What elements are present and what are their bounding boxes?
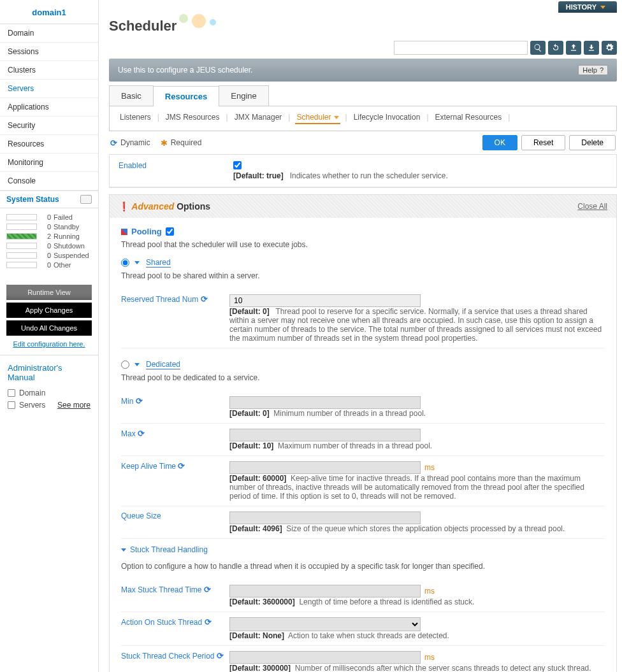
enabled-hint: Indicates whether to run the scheduler s…	[290, 171, 448, 180]
max-input[interactable]	[229, 429, 421, 441]
nav-item-resources[interactable]: Resources	[0, 135, 98, 154]
export-button[interactable]	[566, 41, 581, 55]
import-button[interactable]	[584, 41, 599, 55]
check-period-input[interactable]	[229, 651, 421, 664]
unit-label: ms	[424, 463, 435, 472]
nav-item-servers[interactable]: Servers	[0, 80, 98, 98]
status-count: 0	[42, 213, 51, 221]
field-label: Min ⟳	[121, 396, 229, 406]
default-label: [Default: 60000]	[229, 474, 286, 483]
status-row: 0Other	[6, 261, 92, 269]
stuck-thread-section[interactable]: Stuck Thread Handling	[121, 545, 208, 554]
nav-item-security[interactable]: Security	[0, 117, 98, 135]
form-row: Min ⟳[Default: 0] Minimum number of thre…	[121, 391, 605, 424]
pooling-section-title: Pooling	[121, 227, 605, 236]
dynamic-icon: ⟳	[178, 461, 185, 471]
field-label: Max ⟳	[121, 429, 229, 438]
search-icon	[533, 43, 542, 52]
search-input[interactable]	[394, 41, 528, 55]
history-button[interactable]: HISTORY	[558, 1, 617, 13]
status-count: 0	[42, 252, 51, 259]
tab-basic[interactable]: Basic	[109, 85, 154, 106]
pooling-icon	[121, 229, 127, 235]
undo-changes-button[interactable]: Undo All Changes	[6, 320, 92, 336]
enabled-default: [Default: true]	[233, 171, 284, 180]
status-row: 0Shutdown	[6, 242, 92, 250]
domain-name[interactable]: domain1	[0, 0, 98, 24]
reset-button[interactable]: Reset	[521, 135, 565, 150]
runtime-view-button[interactable]: Runtime View	[6, 285, 92, 300]
dynamic-icon: ⟳	[201, 294, 208, 304]
nav-item-sessions[interactable]: Sessions	[0, 43, 98, 61]
queue-input[interactable]	[229, 511, 421, 524]
keepalive-input[interactable]	[229, 461, 421, 474]
status-bar	[6, 233, 37, 239]
nav-item-console[interactable]: Console	[0, 172, 98, 190]
hint-text: Maximum number of threads in a thread po…	[278, 441, 432, 450]
status-label: Failed	[54, 213, 73, 221]
close-all-link[interactable]: Close All	[577, 202, 607, 211]
unit-label: ms	[424, 587, 435, 596]
subtab-scheduler[interactable]: Scheduler	[295, 113, 340, 124]
advanced-options-title: Advanced Options	[131, 201, 210, 211]
dynamic-icon: ⟳	[205, 617, 212, 627]
subtab-lifecycle-invocation[interactable]: Lifecycle Invocation	[352, 113, 422, 122]
subtab-jms-resources[interactable]: JMS Resources	[164, 113, 221, 122]
action-select[interactable]	[229, 617, 421, 631]
nav-list: DomainSessionsClustersServersApplication…	[0, 24, 98, 190]
form-row: Max Stuck Thread Time ⟳ms[Default: 36000…	[121, 580, 605, 612]
ok-button[interactable]: OK	[482, 135, 517, 150]
status-label: Suspended	[54, 252, 89, 259]
description-text: Use this to configure a JEUS scheduler.	[118, 66, 252, 75]
nav-item-domain[interactable]: Domain	[0, 24, 98, 43]
default-label: [Default: 0]	[229, 409, 270, 418]
default-label: [Default: 300000]	[229, 664, 291, 672]
status-count: 0	[42, 261, 51, 269]
gear-icon	[605, 43, 614, 52]
dedicated-label[interactable]: Dedicated	[146, 360, 180, 369]
tab-resources[interactable]: Resources	[153, 86, 219, 106]
reserved-thread-input[interactable]	[229, 294, 421, 307]
delete-button[interactable]: Delete	[569, 135, 616, 150]
help-button[interactable]: Help ?	[578, 65, 608, 75]
subtab-external-resources[interactable]: External Resources	[434, 113, 503, 122]
page-title: Scheduler	[109, 18, 617, 34]
dedicated-radio[interactable]	[121, 361, 129, 369]
apply-changes-button[interactable]: Apply Changes	[6, 303, 92, 318]
nav-item-clusters[interactable]: Clusters	[0, 61, 98, 80]
nav-item-applications[interactable]: Applications	[0, 98, 98, 117]
manual-item[interactable]: Domain	[8, 389, 90, 397]
pooling-checkbox[interactable]	[166, 227, 174, 236]
manual-title: Administrator's Manual	[8, 363, 90, 382]
edit-config-link[interactable]: Edit configuration here.	[6, 340, 92, 348]
system-status-title: System Status	[6, 195, 59, 204]
refresh-button[interactable]	[548, 41, 563, 55]
form-row: Queue Size[Default: 4096] Size of the qu…	[121, 506, 605, 539]
form-row: Stuck Thread Check Period ⟳ms[Default: 3…	[121, 646, 605, 672]
field-label: Queue Size	[121, 511, 229, 520]
max-stuck-input[interactable]	[229, 585, 421, 597]
default-label: [Default: 4096]	[229, 524, 282, 533]
dynamic-icon: ⟳	[138, 429, 145, 438]
status-count: 2	[42, 232, 51, 240]
min-input[interactable]	[229, 396, 421, 409]
subtab-jmx-manager[interactable]: JMX Manager	[233, 113, 284, 122]
shared-desc: Thread pool to be shared within a server…	[121, 271, 605, 280]
field-label: Stuck Thread Check Period ⟳	[121, 651, 229, 661]
manual-item[interactable]: ServersSee more	[8, 401, 90, 410]
refresh-icon	[551, 43, 560, 52]
see-more-link[interactable]: See more	[57, 401, 90, 410]
status-row: 0Failed	[6, 213, 92, 221]
system-status-header[interactable]: System Status	[0, 190, 98, 208]
subtab-listeners[interactable]: Listeners	[119, 113, 152, 122]
shared-label[interactable]: Shared	[146, 258, 171, 268]
form-row: Max ⟳[Default: 10] Maximum number of thr…	[121, 424, 605, 456]
status-row: 0Suspended	[6, 252, 92, 259]
sub-tabs: Listeners|JMS Resources|JMX Manager|Sche…	[109, 106, 617, 131]
settings-button[interactable]	[602, 41, 617, 55]
tab-engine[interactable]: Engine	[219, 85, 268, 106]
enabled-checkbox[interactable]	[233, 161, 242, 169]
search-button[interactable]	[530, 41, 546, 55]
shared-radio[interactable]	[121, 259, 129, 267]
nav-item-monitoring[interactable]: Monitoring	[0, 154, 98, 172]
